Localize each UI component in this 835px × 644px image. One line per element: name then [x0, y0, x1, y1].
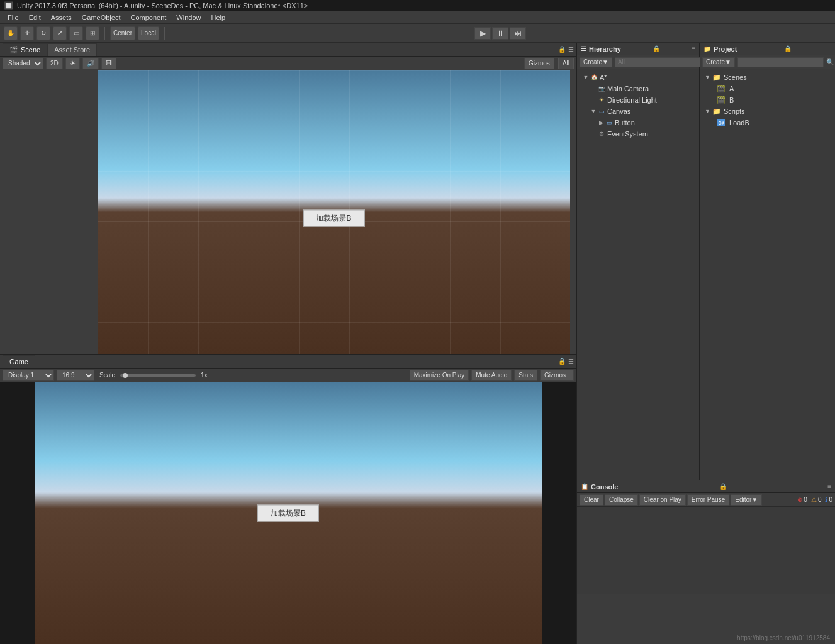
camera-icon: 📷 [597, 84, 606, 93]
hierarchy-search-input[interactable] [615, 57, 701, 67]
maximize-on-play-button[interactable]: Maximize On Play [410, 370, 469, 381]
game-lock-icon[interactable]: 🔒 [558, 358, 566, 365]
rotate-tool[interactable]: ↻ [36, 26, 50, 40]
error-count: 0 [804, 496, 807, 503]
menu-window[interactable]: Window [171, 13, 206, 23]
menu-help[interactable]: Help [206, 13, 230, 23]
fx-button[interactable]: 🎞 [101, 58, 116, 69]
project-scenes-folder[interactable]: ▼ 📁 Scenes [700, 72, 835, 83]
scale-slider-handle[interactable] [123, 373, 128, 378]
hierarchy-create-label: Create [583, 58, 602, 65]
console-clear-on-play-button[interactable]: Clear on Play [639, 494, 686, 506]
project-search-icon[interactable]: 🔍 [826, 58, 834, 65]
hierarchy-project-row: ☰ Hierarchy 🔒 ≡ Create ▼ ⊙ ≡ [577, 43, 835, 480]
shading-mode-select[interactable]: Shaded [3, 58, 43, 69]
game-menu-icon[interactable]: ☰ [568, 358, 574, 365]
project-create-button[interactable]: Create ▼ [702, 57, 735, 67]
console-lock-icon[interactable]: 🔒 [719, 483, 727, 490]
lighting-button[interactable]: ☀ [65, 58, 80, 69]
project-title: Project [714, 45, 737, 53]
menu-edit[interactable]: Edit [24, 13, 46, 23]
stats-button[interactable]: Stats [514, 370, 537, 381]
project-lock-icon[interactable]: 🔒 [784, 45, 792, 52]
scene-viewport[interactable]: 加载场景B [0, 70, 576, 354]
aspect-select[interactable]: 16:9 [57, 370, 94, 381]
console-editor-button[interactable]: Editor ▼ [731, 494, 762, 506]
project-header: 📁 Project 🔒 ≡ [700, 43, 835, 55]
console-options-icon[interactable]: ≡ [827, 483, 831, 490]
toolbar-separator-1 [104, 27, 105, 40]
menu-file[interactable]: File [3, 13, 24, 23]
transform-tool[interactable]: ⊞ [86, 26, 99, 40]
all-button[interactable]: All [558, 58, 574, 69]
console-error-pause-button[interactable]: Error Pause [687, 494, 729, 506]
hierarchy-canvas[interactable]: ▼ ▭ Canvas [577, 106, 699, 117]
move-tool[interactable]: ✛ [20, 26, 34, 40]
center-button[interactable]: Center [110, 26, 135, 40]
console-warn-badge[interactable]: ⚠ 0 [811, 496, 822, 503]
game-black-right [542, 382, 576, 644]
hand-tool[interactable]: ✋ [4, 26, 18, 40]
2d-button[interactable]: 2D [46, 58, 63, 69]
display-select[interactable]: Display 1 [3, 370, 54, 381]
step-button[interactable]: ⏭ [510, 27, 526, 40]
hierarchy-create-button[interactable]: Create ▼ [580, 57, 612, 67]
eventsystem-label: EventSystem [607, 130, 648, 138]
local-button[interactable]: Local [138, 26, 159, 40]
project-toolbar: Create ▼ 🔍 📁 [700, 55, 835, 69]
menu-gameobject[interactable]: GameObject [77, 13, 126, 23]
hierarchy-main-camera[interactable]: 📷 Main Camera [577, 83, 699, 94]
project-search-input[interactable] [737, 57, 824, 67]
console-log-area [577, 507, 835, 594]
unity-logo: 🔲 [4, 1, 13, 10]
project-loadb-script[interactable]: C# LoadB [700, 117, 835, 128]
console-info-badge[interactable]: ℹ 0 [825, 496, 832, 503]
rect-tool[interactable]: ▭ [69, 26, 83, 40]
console-clear-button[interactable]: Clear [580, 494, 603, 506]
gizmos-button[interactable]: Gizmos [524, 58, 554, 69]
hierarchy-root[interactable]: ▼ 🏠 A* [577, 72, 699, 83]
project-scripts-folder[interactable]: ▼ 📁 Scripts [700, 106, 835, 117]
project-scene-b[interactable]: 🎬 B [700, 94, 835, 106]
console-editor-arrow: ▼ [751, 496, 758, 503]
error-icon: ⊗ [797, 496, 802, 503]
console-error-badge[interactable]: ⊗ 0 [797, 496, 807, 503]
menu-assets[interactable]: Assets [46, 13, 77, 23]
hierarchy-create-arrow: ▼ [602, 58, 608, 65]
canvas-icon: ▭ [597, 107, 606, 116]
scenes-folder-label: Scenes [724, 74, 747, 81]
game-content: 加载场景B [35, 382, 542, 644]
game-load-button[interactable]: 加载场景B [257, 505, 319, 522]
hierarchy-directional-light[interactable]: ☀ Directional Light [577, 94, 699, 106]
toolbar-separator-2 [164, 27, 165, 40]
scale-tool[interactable]: ⤢ [53, 26, 67, 40]
left-panel: 🎬 Scene Asset Store 🔒 ☰ Shaded 2D ☀ [0, 43, 577, 644]
scene-a-icon: 🎬 [717, 85, 727, 93]
project-scene-a[interactable]: 🎬 A [700, 83, 835, 94]
scene-toolbar: Shaded 2D ☀ 🔊 🎞 Gizmos All [0, 57, 576, 70]
scenes-folder-icon: 📁 [712, 74, 721, 82]
game-toolbar: Display 1 16:9 Scale 1x Maximize On Play… [0, 369, 576, 382]
console-detail-area: https://blog.csdn.net/u011912584 [577, 594, 835, 644]
audio-button[interactable]: 🔊 [82, 58, 99, 69]
hierarchy-lock-icon[interactable]: 🔒 [653, 45, 660, 52]
hierarchy-button[interactable]: ▶ ▭ Button [577, 117, 699, 128]
tab-asset-store[interactable]: Asset Store [47, 43, 97, 56]
scene-load-button[interactable]: 加载场景B [303, 209, 364, 226]
game-viewport[interactable]: 加载场景B [0, 382, 576, 644]
play-button[interactable]: ▶ [474, 27, 491, 40]
mute-audio-button[interactable]: Mute Audio [471, 370, 512, 381]
hierarchy-eventsystem[interactable]: ⚙ EventSystem [577, 128, 699, 140]
tab-game[interactable]: Game [3, 355, 35, 368]
game-gizmos-button[interactable]: Gizmos [540, 370, 574, 381]
hierarchy-options-icon[interactable]: ≡ [692, 45, 695, 52]
pause-button[interactable]: ⏸ [492, 27, 508, 40]
console-collapse-button[interactable]: Collapse [605, 494, 638, 506]
project-create-arrow: ▼ [725, 58, 731, 65]
project-content: ▼ 📁 Scenes 🎬 A 🎬 [700, 69, 835, 480]
scene-lock-icon[interactable]: 🔒 [558, 46, 566, 53]
tab-scene[interactable]: 🎬 Scene [3, 43, 47, 56]
scene-menu-icon[interactable]: ☰ [568, 46, 574, 53]
info-icon: ℹ [825, 496, 827, 503]
menu-component[interactable]: Component [125, 13, 171, 23]
